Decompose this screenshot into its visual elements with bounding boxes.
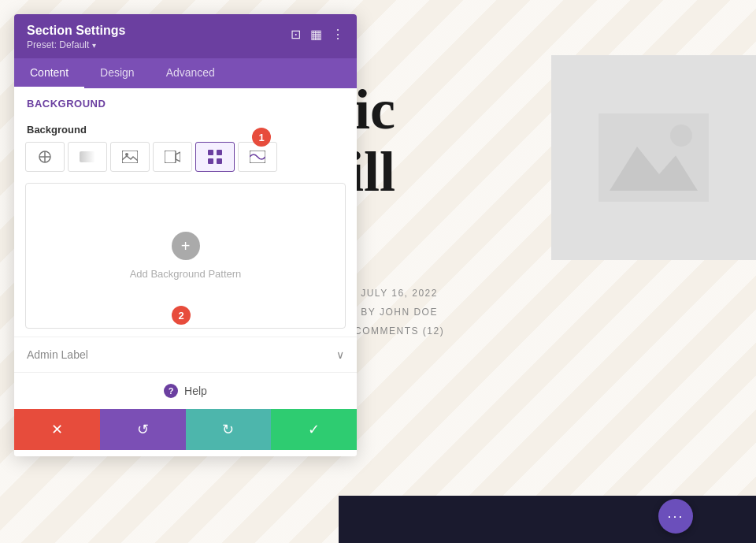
background-section-label: Background — [14, 88, 357, 113]
panel-header-left: Section Settings Preset: Default ▾ — [27, 24, 125, 50]
tab-content[interactable]: Content — [14, 58, 84, 88]
redo-button[interactable]: ↻ — [186, 409, 272, 450]
save-button[interactable]: ✓ — [271, 409, 357, 450]
page-meta: JULY 16, 2022 BY JOHN DOE COMMENTS (12) — [354, 284, 444, 340]
admin-label-row[interactable]: Admin Label ∨ — [14, 337, 357, 372]
bottom-toolbar: ✕ ↺ ↻ ✓ — [14, 409, 357, 450]
svg-rect-9 — [165, 151, 176, 163]
bg-label-row: Background — [14, 113, 357, 142]
panel-header-icons: ⊡ ▦ ⋮ — [291, 27, 344, 42]
svg-rect-14 — [217, 158, 222, 164]
add-pattern-label: Add Background Pattern — [130, 268, 242, 280]
undo-button[interactable]: ↺ — [100, 409, 186, 450]
panel-body: Background Background — [14, 88, 357, 456]
add-pattern-button[interactable]: + — [172, 232, 200, 260]
badge-2: 2 — [172, 306, 191, 325]
svg-rect-6 — [80, 151, 95, 162]
svg-rect-12 — [217, 150, 222, 155]
svg-rect-11 — [208, 150, 213, 155]
panel-tabs: Content Design Advanced — [14, 58, 357, 88]
bg-tab-gradient[interactable] — [68, 142, 107, 172]
more-icon[interactable]: ⋮ — [332, 27, 344, 42]
admin-label-caret-icon: ∨ — [336, 348, 344, 361]
bg-label: Background — [27, 124, 87, 136]
bg-tab-pattern[interactable] — [195, 142, 235, 172]
bg-tab-image[interactable] — [110, 142, 150, 172]
bg-tab-mask[interactable] — [238, 142, 277, 172]
admin-label-text: Admin Label — [27, 348, 88, 361]
svg-marker-10 — [176, 152, 180, 162]
badge-1: 1 — [252, 128, 271, 147]
bg-tab-video[interactable] — [153, 142, 192, 172]
image-placeholder — [551, 55, 756, 260]
panel-header: Section Settings Preset: Default ▾ ⊡ ▦ ⋮ — [14, 14, 357, 58]
panel-preset[interactable]: Preset: Default ▾ — [27, 39, 125, 50]
svg-rect-13 — [208, 158, 213, 164]
bg-tab-color[interactable] — [25, 142, 65, 172]
columns-icon[interactable]: ▦ — [310, 27, 322, 42]
expand-icon[interactable]: ⊡ — [291, 27, 301, 42]
svg-rect-7 — [122, 151, 138, 163]
footer-bar — [339, 496, 756, 543]
fab-button[interactable]: ··· — [658, 499, 693, 534]
panel-title: Section Settings — [27, 24, 125, 38]
cancel-button[interactable]: ✕ — [14, 409, 100, 450]
svg-point-2 — [670, 125, 692, 147]
preset-caret-icon: ▾ — [92, 41, 96, 50]
section-settings-panel: Section Settings Preset: Default ▾ ⊡ ▦ ⋮… — [14, 14, 357, 456]
help-row: ? Help — [14, 372, 357, 409]
help-text: Help — [184, 385, 207, 397]
tab-advanced[interactable]: Advanced — [150, 58, 231, 88]
bg-type-tabs — [14, 142, 357, 180]
help-icon[interactable]: ? — [164, 384, 178, 398]
tab-design[interactable]: Design — [84, 58, 150, 88]
